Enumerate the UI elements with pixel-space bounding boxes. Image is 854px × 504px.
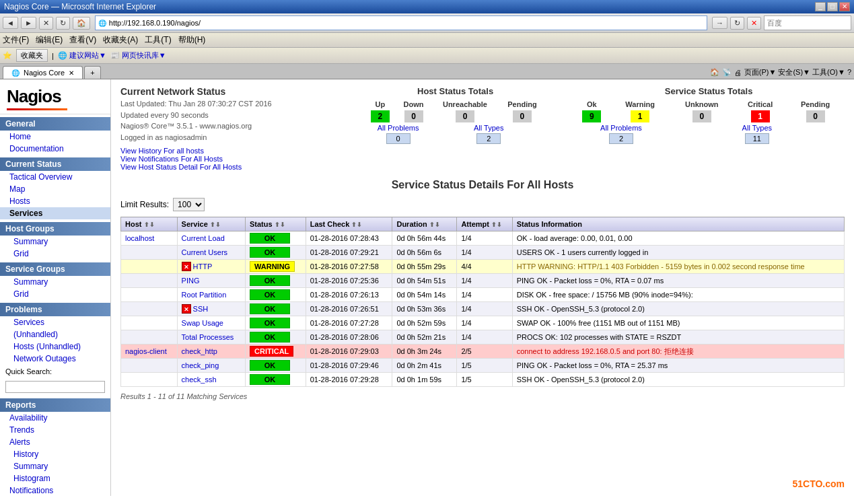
minimize-button[interactable]: _ (815, 2, 826, 11)
status-badge[interactable]: OK (250, 275, 290, 286)
menu-help[interactable]: 帮助(H) (178, 34, 206, 46)
status-badge[interactable]: WARNING (250, 261, 295, 272)
sidebar-item-hostgroups-grid[interactable]: Grid (0, 248, 110, 260)
col-host[interactable]: Host ⬆⬇ (121, 217, 178, 231)
menu-file[interactable]: 文件(F) (3, 34, 29, 46)
host-val-down[interactable]: 0 (396, 110, 431, 123)
host-val-unreachable[interactable]: 0 (431, 110, 498, 123)
view-history-link[interactable]: View History For all hosts (120, 147, 338, 155)
sidebar-item-availability[interactable]: Availability (0, 412, 110, 424)
favorites-button[interactable]: 收藏夹 (16, 49, 48, 62)
menu-tools[interactable]: 工具(T) (145, 34, 171, 46)
col-attempt[interactable]: Attempt ⬆⬇ (457, 217, 512, 231)
host-val-pending[interactable]: 0 (499, 110, 546, 123)
service-link[interactable]: Root Partition (182, 291, 227, 299)
sidebar-item-problems-unhandled[interactable]: (Unhandled) (0, 328, 110, 340)
host-all-types-label[interactable]: All Types (431, 123, 546, 133)
tab-nagios[interactable]: 🌐 Nagios Core ✕ (3, 66, 83, 79)
service-link[interactable]: check_ping (182, 361, 219, 369)
address-input[interactable] (109, 19, 704, 27)
status-badge[interactable]: OK (250, 360, 290, 371)
sidebar-item-hosts-unhandled[interactable]: Hosts (Unhandled) (0, 340, 110, 353)
col-duration[interactable]: Duration ⬆⬇ (392, 217, 457, 231)
sidebar-item-map[interactable]: Map (0, 183, 110, 195)
svc-val-ok[interactable]: 9 (573, 110, 610, 123)
service-link[interactable]: Current Load (182, 234, 225, 242)
host-all-types-val[interactable]: 2 (431, 133, 546, 145)
host-val-up[interactable]: 2 (365, 110, 396, 123)
sidebar-item-hosts[interactable]: Hosts (0, 195, 110, 207)
close-button[interactable]: ✕ (839, 2, 850, 11)
service-link[interactable]: PING (182, 277, 200, 285)
service-link[interactable]: check_http (182, 347, 217, 355)
stop2-button[interactable]: ✕ (747, 17, 761, 30)
host-all-problems-label[interactable]: All Problems (365, 123, 431, 133)
svc-all-types-label[interactable]: All Types (670, 123, 845, 133)
maximize-button[interactable]: □ (827, 2, 838, 11)
sidebar-item-alerts-summary[interactable]: Summary (0, 460, 110, 472)
svc-val-critical[interactable]: 1 (734, 110, 786, 123)
page-menu[interactable]: 页面(P)▼ 安全(S)▼ 工具(O)▼ ? (744, 67, 851, 77)
home-page-icon[interactable]: 🏠 (710, 68, 719, 77)
view-notifications-link[interactable]: View Notifications For All Hosts (120, 155, 338, 163)
sidebar-item-tactical-overview[interactable]: Tactical Overview (0, 171, 110, 183)
sidebar-item-services[interactable]: Services (0, 207, 110, 219)
tab-close-icon[interactable]: ✕ (69, 69, 74, 77)
col-status[interactable]: Status ⬆⬇ (246, 217, 306, 231)
sidebar-item-home[interactable]: Home (0, 131, 110, 143)
svc-all-problems-label[interactable]: All Problems (573, 123, 669, 133)
sidebar-item-documentation[interactable]: Documentation (0, 143, 110, 155)
host-all-problems-val[interactable]: 0 (365, 133, 431, 145)
host-link[interactable]: nagios-client (125, 347, 167, 355)
view-host-status-link[interactable]: View Host Status Detail For All Hosts (120, 163, 338, 171)
rss-icon[interactable]: 📡 (722, 68, 732, 77)
service-link[interactable]: Current Users (182, 248, 227, 256)
service-link[interactable]: Total Processes (182, 333, 234, 341)
status-badge[interactable]: OK (250, 374, 290, 385)
search-input[interactable] (767, 19, 854, 27)
status-badge[interactable]: OK (250, 247, 290, 258)
limit-results-select[interactable]: 100 25 50 200 (173, 198, 205, 211)
go-button[interactable]: → (712, 17, 727, 29)
service-link[interactable]: HTTP (193, 262, 213, 271)
status-badge[interactable]: OK (250, 303, 290, 314)
search-bar[interactable]: 🔍 (764, 15, 851, 30)
col-status-info[interactable]: Status Information (512, 217, 844, 231)
web-slice-link[interactable]: 📰 网页快讯库▼ (110, 50, 166, 61)
service-link[interactable]: check_ssh (182, 375, 217, 384)
status-badge[interactable]: CRITICAL (250, 346, 293, 357)
sidebar-item-network-outages[interactable]: Network Outages (0, 353, 110, 365)
sidebar-item-alerts-history[interactable]: History (0, 448, 110, 460)
svc-all-types-val[interactable]: 11 (670, 133, 845, 145)
status-badge[interactable]: OK (250, 289, 290, 300)
menu-edit[interactable]: 编辑(E) (36, 34, 63, 46)
sidebar-item-notifications[interactable]: Notifications (0, 484, 110, 496)
print-icon[interactable]: 🖨 (734, 69, 742, 77)
svc-all-problems-val[interactable]: 2 (573, 133, 669, 145)
menu-favorites[interactable]: 收藏夹(A) (103, 34, 138, 46)
stop-button[interactable]: ✕ (39, 17, 53, 30)
sidebar-item-servicegroups-summary[interactable]: Summary (0, 276, 110, 288)
address-bar[interactable]: 🌐 (95, 15, 707, 30)
menu-view[interactable]: 查看(V) (69, 34, 96, 46)
status-badge[interactable]: OK (250, 318, 290, 328)
host-link[interactable]: localhost (125, 234, 154, 242)
sidebar-item-alerts[interactable]: Alerts (0, 436, 110, 448)
sidebar-item-trends[interactable]: Trends (0, 424, 110, 436)
home-button[interactable]: 🏠 (73, 17, 90, 30)
back-button[interactable]: ◄ (3, 17, 18, 29)
sidebar-item-problems-services[interactable]: Services (0, 316, 110, 328)
col-last-check[interactable]: Last Check ⬆⬇ (306, 217, 392, 231)
sidebar-item-servicegroups-grid[interactable]: Grid (0, 288, 110, 300)
svc-val-warning[interactable]: 1 (611, 110, 670, 123)
col-service[interactable]: Service ⬆⬇ (177, 217, 245, 231)
status-badge[interactable]: OK (250, 233, 290, 244)
forward-button[interactable]: ► (21, 17, 36, 29)
service-link[interactable]: SSH (193, 305, 209, 313)
suggested-sites-link[interactable]: 🌐 建议网站▼ (58, 50, 106, 61)
sidebar-item-alerts-histogram[interactable]: Histogram (0, 472, 110, 484)
refresh2-button[interactable]: ↻ (730, 17, 744, 30)
svc-val-pending[interactable]: 0 (786, 110, 845, 123)
sidebar-item-hostgroups-summary[interactable]: Summary (0, 236, 110, 248)
tab-new[interactable]: + (84, 66, 100, 79)
